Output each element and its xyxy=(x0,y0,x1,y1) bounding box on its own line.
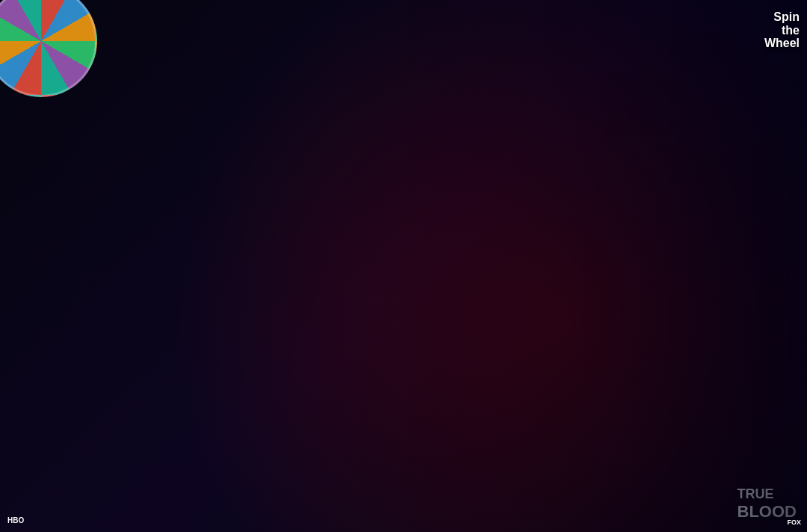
card-spin-wheel[interactable]: Spin the Wheel FOX xyxy=(412,377,592,477)
spin-bg: Spin the Wheel FOX xyxy=(412,377,592,477)
noteworthy-row: TRUE BLOOD HBO Drama True Blood Watch th… xyxy=(22,377,785,477)
noteworthy-spin-wheel: Spin the Wheel FOX Reality Spin the Whee… xyxy=(412,377,785,477)
new-noteworthy-section: New & Noteworthy TRUE BLOOD HBO xyxy=(22,349,785,477)
main-content: What to Watch PARAMOUNT YELLOWSTONE SEAS… xyxy=(0,28,807,532)
app-window: Watch Now Movies TV Shows Kids Library 🔍… xyxy=(0,0,807,532)
spin-gradient xyxy=(412,377,592,477)
